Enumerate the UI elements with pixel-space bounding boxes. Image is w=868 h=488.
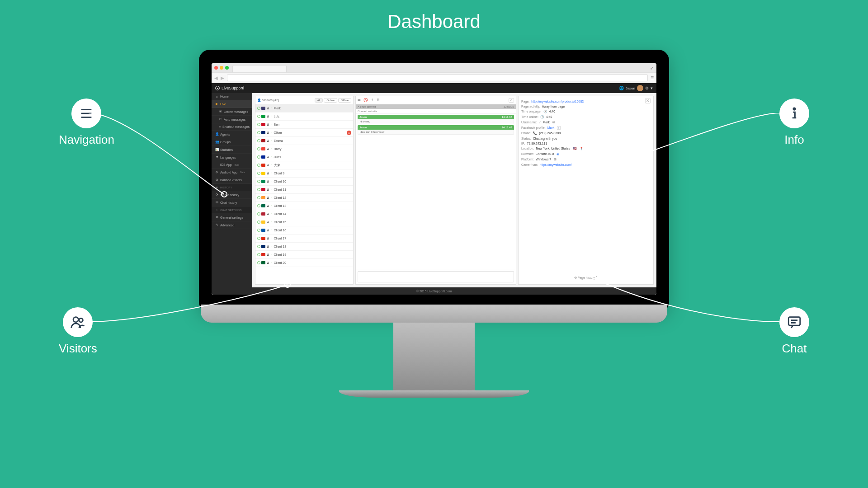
trend-icon: ↑ [270, 237, 272, 240]
gear-icon[interactable]: ⚙ [645, 86, 649, 90]
browser-tab[interactable] [232, 65, 287, 72]
visitor-row[interactable]: 🖥↑Client 14 [255, 210, 353, 218]
forward-icon[interactable]: ▶ [221, 75, 224, 80]
sidebar-item-offline-messages[interactable]: ✉Offline messages [212, 108, 252, 116]
flag-icon [261, 139, 265, 142]
status-icon [257, 147, 260, 150]
info-value: Chrome 40.0 [536, 152, 554, 156]
info-fb-link[interactable]: Mark [547, 126, 555, 130]
visitors-icon: 👤 [257, 99, 261, 102]
page-history-toggle[interactable]: ⟲ Page history ˄ [521, 274, 651, 280]
visitor-row[interactable]: 🖥↑Luiz [255, 113, 353, 121]
visitor-row[interactable]: 🖥↑Client 11 [255, 186, 353, 194]
maximize-icon[interactable] [225, 66, 229, 70]
visitor-row[interactable]: 🖥↑Jules [255, 153, 353, 161]
visitors-tab-offline[interactable]: Offline [338, 98, 351, 103]
sidebar-item-chat-history[interactable]: ✉Chat history [212, 199, 252, 206]
visitor-row[interactable]: 🖥↑Harry [255, 145, 353, 153]
visitors-tab-all[interactable]: All [315, 98, 323, 103]
visitor-row[interactable]: 🖥↑Client 16 [255, 226, 353, 235]
sidebar-item-shortcut-messages[interactable]: ≡Shortcut messages [212, 123, 252, 131]
visitor-row[interactable]: 🖥↑Emma [255, 137, 353, 145]
ban-icon[interactable]: 🚫 [363, 98, 368, 102]
transcript-icon[interactable]: 🗎 [377, 98, 380, 102]
sidebar-label: Agents [220, 133, 230, 136]
visitor-row[interactable]: 🖥↑Client 20 [255, 259, 353, 267]
visitor-row[interactable]: 🖥↑Client 19 [255, 251, 353, 259]
browser-menu-icon[interactable]: ≡ [651, 75, 654, 81]
visitors-header: 👤 Visitors (42) All Online Offline [255, 96, 353, 104]
close-icon[interactable] [214, 66, 218, 70]
sidebar-item-ios[interactable]: iOS AppBeta [212, 161, 252, 169]
fullscreen-icon[interactable]: ⤢ [650, 66, 654, 70]
facebook-icon[interactable]: f [557, 126, 561, 130]
sidebar-section-history: ■HISTORY [212, 184, 252, 191]
visitor-row[interactable]: 🖥↑Mark [255, 104, 353, 113]
sidebar-item-agents[interactable]: 👤Agents [212, 131, 252, 138]
flag-icon [261, 107, 265, 110]
chat-input[interactable] [358, 271, 514, 282]
chat-subhead-right: 12:53:33 [504, 105, 514, 108]
visitor-row[interactable]: 🖥↑Ben [255, 121, 353, 129]
chat-panel: ⇄ 🚫 ↥ 🗎 ⤢ A page opened 12:53:33 [355, 96, 516, 285]
sidebar-item-home[interactable]: ⌂Home [212, 93, 252, 100]
visitor-row[interactable]: 🖥↑Client 15 [255, 218, 353, 226]
visitor-name: Client 10 [274, 180, 287, 183]
address-input[interactable] [227, 74, 648, 81]
visitors-list: 🖥↑Mark🖥↑Luiz🖥↑Ben🖥↑Oliver1🖥↑Emma🖥↑Harry🖥… [255, 104, 353, 284]
flag-icon [261, 212, 265, 216]
visitor-row[interactable]: 🖥↑大東 [255, 161, 353, 169]
flag-icon [261, 147, 265, 150]
sidebar: ⌂Home ▶Live ✉Offline messages ⟳Auto mess… [212, 93, 252, 287]
sidebar-item-general-settings[interactable]: ⚙General settings [212, 214, 252, 221]
info-came-from-link[interactable]: https://mywebsite.com/ [540, 163, 572, 166]
info-page-link[interactable]: http://mywebsite.com/products/10583 [531, 100, 584, 103]
sidebar-item-advanced[interactable]: ✎Advanced [212, 221, 252, 229]
info-label: Came from: [521, 163, 538, 166]
sidebar-item-languages[interactable]: ⚑Languages [212, 154, 252, 161]
close-icon[interactable]: ✕ [645, 98, 651, 103]
flag-icon [261, 261, 265, 264]
sidebar-item-visitor-history[interactable]: ⟳Visitor history [212, 191, 252, 199]
export-icon[interactable]: ↥ [371, 98, 374, 102]
visitor-row[interactable]: 🖥↑Oliver1 [255, 129, 353, 137]
status-icon [257, 204, 260, 207]
device-icon: 🖥 [266, 147, 269, 150]
back-icon[interactable]: ◀ [214, 75, 218, 80]
chat-message: Jason14:11:43How can I help you? [358, 125, 514, 135]
sidebar-item-live[interactable]: ▶Live [212, 100, 252, 108]
device-icon: 🖥 [266, 172, 269, 175]
info-value: 4:40 [546, 115, 552, 119]
visitor-row[interactable]: 🖥↑Client 9 [255, 169, 353, 178]
user-menu[interactable]: 🌐 Jason ⚙ ▾ [619, 85, 653, 91]
flag-icon [261, 204, 265, 207]
brand-logo[interactable]: LiveSupporti [215, 86, 244, 90]
transfer-icon[interactable]: ⇄ [358, 98, 361, 102]
map-pin-icon[interactable]: 📍 [580, 147, 584, 150]
avatar[interactable] [637, 85, 643, 91]
visitor-row[interactable]: 🖥↑Client 17 [255, 235, 353, 243]
visitor-row[interactable]: 🖥↑Client 12 [255, 194, 353, 202]
visitor-row[interactable]: 🖥↑Client 10 [255, 178, 353, 186]
minimize-icon[interactable] [220, 66, 223, 70]
visitors-panel: 👤 Visitors (42) All Online Offline [255, 96, 354, 285]
sidebar-item-android[interactable]: ⬘Android AppBeta [212, 169, 252, 176]
window-controls[interactable] [214, 66, 229, 70]
globe-icon[interactable]: 🌐 [619, 86, 624, 90]
chat-icon [779, 307, 809, 337]
msg-sender: Jason [359, 126, 367, 129]
visitor-name: Client 14 [274, 212, 287, 216]
sidebar-item-auto-messages[interactable]: ⟳Auto messages [212, 116, 252, 123]
flag-icon [261, 196, 265, 199]
chevron-down-icon[interactable]: ▾ [651, 86, 653, 90]
visitors-tab-online[interactable]: Online [324, 98, 337, 103]
chat-expand-icon[interactable]: ⤢ [509, 98, 514, 103]
email-icon[interactable]: ✉ [552, 121, 555, 124]
sidebar-label: Visitor history [220, 193, 239, 197]
sidebar-item-statistics[interactable]: 📊Statistics [212, 146, 252, 154]
sidebar-item-banned[interactable]: ⊘Banned visitors [212, 176, 252, 184]
visitor-row[interactable]: 🖥↑Client 18 [255, 243, 353, 251]
sidebar-item-groups[interactable]: 👥Groups [212, 138, 252, 146]
info-label: Platform: [521, 158, 534, 161]
visitor-row[interactable]: 🖥↑Client 13 [255, 202, 353, 210]
